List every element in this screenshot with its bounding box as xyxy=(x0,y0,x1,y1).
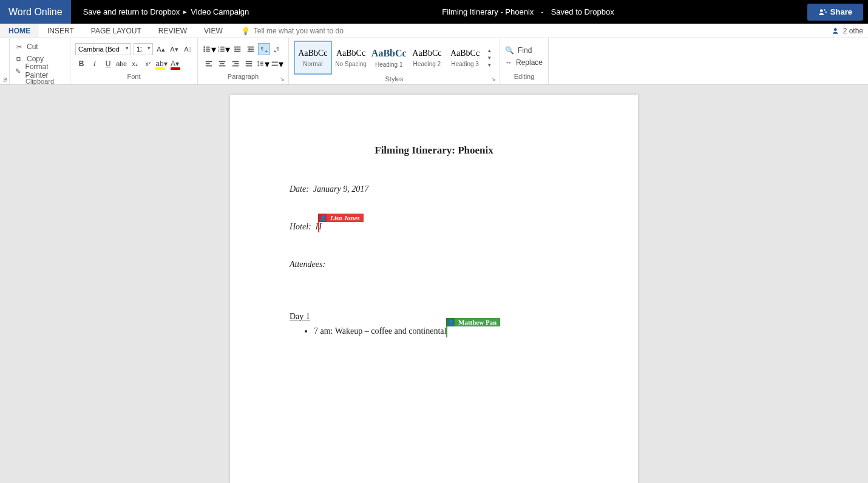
font-size-select[interactable] xyxy=(134,43,153,55)
tab-home[interactable]: HOME xyxy=(0,24,39,38)
svg-rect-4 xyxy=(206,47,210,48)
grow-font-button[interactable]: A▴ xyxy=(155,43,166,55)
style-tile-heading-1[interactable]: AaBbCcHeading 1 xyxy=(370,41,408,75)
document-canvas[interactable]: Filming Itinerary: Phoenix Date: January… xyxy=(0,85,868,483)
svg-rect-12 xyxy=(220,49,225,50)
style-name-label: Normal xyxy=(303,61,322,67)
chevron-right-icon: ▸ xyxy=(183,8,187,16)
styles-gallery-more[interactable]: ▴▾▾ xyxy=(484,47,495,68)
share-button[interactable]: Share xyxy=(807,4,863,21)
replace-icon: ↔ xyxy=(505,58,512,67)
justify-button[interactable] xyxy=(243,58,255,70)
copy-icon: ⧉ xyxy=(15,55,23,63)
font-family-select[interactable] xyxy=(75,43,131,55)
font-group-label: Font xyxy=(75,72,192,83)
page[interactable]: Filming Itinerary: Phoenix Date: January… xyxy=(230,95,638,483)
superscript-button[interactable]: x² xyxy=(142,58,154,70)
svg-rect-37 xyxy=(260,65,263,66)
tell-me-input[interactable] xyxy=(254,27,375,35)
schedule-bullet-1[interactable]: 7 am: Wakeup – coffee and continental 👤 … xyxy=(314,326,578,336)
align-right-button[interactable] xyxy=(229,58,242,70)
svg-rect-33 xyxy=(246,63,253,64)
style-sample: AaBbCc xyxy=(371,48,407,59)
attendees-line[interactable]: Attendees: xyxy=(290,260,578,269)
italic-button[interactable]: I xyxy=(89,58,101,70)
save-status: Saved to Dropbox xyxy=(551,7,614,16)
style-tile-normal[interactable]: AaBbCcNormal xyxy=(294,41,332,75)
style-name-label: Heading 3 xyxy=(451,61,479,67)
editing-group-label: Editing xyxy=(505,72,543,83)
tab-view[interactable]: VIEW xyxy=(195,24,231,38)
date-line[interactable]: Date: January 9, 2017 xyxy=(290,184,578,194)
svg-point-1 xyxy=(824,9,825,10)
person-icon: 👤 xyxy=(446,318,455,326)
replace-button[interactable]: ↔ Replace xyxy=(505,58,543,67)
find-button[interactable]: 🔍 Find xyxy=(505,46,543,55)
tab-page-layout[interactable]: PAGE LAYOUT xyxy=(83,24,150,38)
format-painter-button[interactable]: ✎Format Painter xyxy=(15,65,65,77)
styles-dialog-launcher[interactable]: ↘ xyxy=(491,76,498,83)
search-icon: 🔍 xyxy=(505,46,514,55)
svg-point-5 xyxy=(203,49,205,50)
save-return-link[interactable]: Save and return to Dropbox xyxy=(83,7,180,16)
tab-insert[interactable]: INSERT xyxy=(39,24,83,38)
svg-rect-30 xyxy=(234,63,239,64)
folder-link[interactable]: Video Campaign xyxy=(191,7,249,16)
align-left-button[interactable] xyxy=(203,58,215,70)
line-spacing-button[interactable]: ▾ xyxy=(256,58,270,70)
document-title[interactable]: Filming Itinerary: Phoenix xyxy=(290,144,578,157)
increase-indent-button[interactable] xyxy=(245,43,257,55)
highlight-color-button[interactable]: ab▾ xyxy=(155,58,168,70)
other-editors-indicator[interactable]: 2 othe xyxy=(832,24,868,38)
svg-rect-32 xyxy=(246,61,253,62)
cut-button[interactable]: ✂Cut xyxy=(15,41,65,53)
svg-point-7 xyxy=(203,50,205,52)
paragraph-dialog-launcher[interactable]: ↘ xyxy=(280,76,287,83)
svg-rect-25 xyxy=(206,66,212,67)
svg-rect-29 xyxy=(232,61,239,62)
underline-button[interactable]: U xyxy=(102,58,114,70)
share-person-icon xyxy=(818,8,827,16)
paragraph-group-label: Paragraph xyxy=(203,72,283,83)
rtl-text-direction-button[interactable]: ¶ xyxy=(271,43,283,55)
svg-rect-8 xyxy=(206,51,210,52)
tab-review[interactable]: REVIEW xyxy=(150,24,195,38)
paintbrush-icon: ✎ xyxy=(15,67,22,75)
ribbon-tabs: HOME INSERT PAGE LAYOUT REVIEW VIEW 💡 2 … xyxy=(0,24,868,38)
scissors-icon: ✂ xyxy=(15,42,23,51)
align-center-button[interactable] xyxy=(216,58,228,70)
font-color-button[interactable]: A▾ xyxy=(169,58,181,70)
paste-button[interactable]: te xyxy=(1,41,8,82)
breadcrumb: Save and return to Dropbox ▸ Video Campa… xyxy=(71,7,249,16)
bold-button[interactable]: B xyxy=(75,58,87,70)
title-bar: Word Online Save and return to Dropbox ▸… xyxy=(0,0,868,24)
day1-heading[interactable]: Day 1 xyxy=(290,312,578,322)
other-editors-label: 2 othe xyxy=(843,27,863,35)
hotel-line[interactable]: Hotel: H 👤 Lisa Jones xyxy=(290,222,578,232)
decrease-indent-button[interactable] xyxy=(231,43,243,55)
style-tile-heading-3[interactable]: AaBbCcHeading 3 xyxy=(446,41,484,75)
ltr-text-direction-button[interactable]: ¶ xyxy=(258,43,270,55)
paragraph-spacing-button[interactable]: ▾ xyxy=(271,58,284,70)
svg-rect-35 xyxy=(260,62,263,62)
svg-rect-6 xyxy=(206,49,210,50)
svg-rect-18 xyxy=(248,47,254,48)
strikethrough-button[interactable]: abc xyxy=(115,58,127,70)
app-name[interactable]: Word Online xyxy=(0,0,71,24)
svg-point-2 xyxy=(834,28,837,31)
svg-rect-10 xyxy=(220,47,225,48)
svg-rect-20 xyxy=(248,51,254,52)
document-name[interactable]: Filming Itinerary - Phoenix xyxy=(442,7,534,16)
style-name-label: Heading 1 xyxy=(375,61,403,68)
svg-rect-17 xyxy=(234,51,241,52)
style-name-label: Heading 2 xyxy=(413,61,441,67)
styles-group-label: Styles xyxy=(294,75,495,83)
style-tile-no-spacing[interactable]: AaBbCcNo Spacing xyxy=(332,41,370,75)
bullets-button[interactable]: ▾ xyxy=(203,43,216,55)
style-sample: AaBbCc xyxy=(450,49,480,58)
shrink-font-button[interactable]: A▾ xyxy=(169,43,180,55)
numbering-button[interactable]: 123▾ xyxy=(217,43,231,55)
subscript-button[interactable]: x₂ xyxy=(129,58,141,70)
style-tile-heading-2[interactable]: AaBbCcHeading 2 xyxy=(408,41,446,75)
clear-formatting-button[interactable]: A⃠ xyxy=(182,43,193,55)
